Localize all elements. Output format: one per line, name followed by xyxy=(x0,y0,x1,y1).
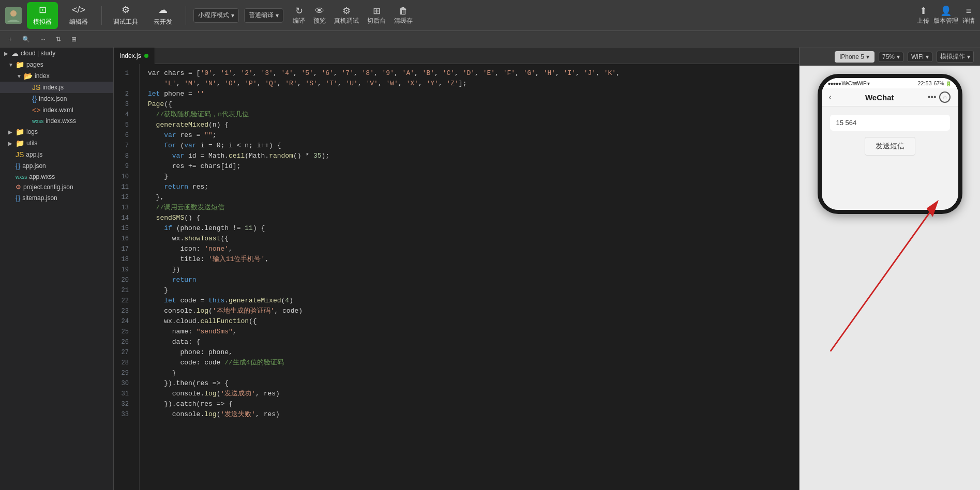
upload-btn[interactable]: ⬆ 上传 xyxy=(917,5,929,25)
simulator-btn[interactable]: ⊡ 模拟器 xyxy=(27,2,58,29)
phone-nav-bar: ‹ WeChat ••• ⊙ xyxy=(822,88,958,106)
upload-icon: ⬆ xyxy=(919,5,927,17)
line-number: 25 xyxy=(114,327,135,337)
utils-arrow-icon: ▶ xyxy=(8,141,13,146)
code-line: }) xyxy=(148,265,799,275)
nav-back-icon[interactable]: ‹ xyxy=(829,93,832,102)
code-line: res += chars[id]; xyxy=(148,161,799,172)
sidebar-item-index-js[interactable]: ▶ JS index.js xyxy=(0,82,113,93)
code-line: let code = this.generateMixed(4) xyxy=(148,296,799,306)
clear-cache-btn[interactable]: 🗑 清缓存 xyxy=(394,6,413,25)
code-line: //获取随机验证码，n代表几位 xyxy=(148,110,799,120)
code-line: let phone = '' xyxy=(148,89,799,99)
compile-btn[interactable]: ↻ 编译 xyxy=(293,5,305,25)
nav-dots-icon[interactable]: ••• xyxy=(928,93,937,102)
line-number: 13 xyxy=(114,203,135,213)
real-debug-btn[interactable]: ⚙ 真机调试 xyxy=(334,5,359,25)
operation-select[interactable]: 模拟操作 ▾ xyxy=(937,51,974,63)
compile-chevron-icon: ▾ xyxy=(276,12,279,19)
line-number: 8 xyxy=(114,151,135,161)
editor-btn[interactable]: </> 编辑器 xyxy=(63,2,94,29)
logs-icon: 📁 xyxy=(16,128,24,136)
sidebar-item-root[interactable]: ▶ ☁ cloud | study xyxy=(0,48,113,59)
line-number: 18 xyxy=(114,254,135,265)
device-select[interactable]: iPhone 5 ▾ xyxy=(835,51,875,63)
code-line: wx.showToast({ xyxy=(148,234,799,244)
nav-circle-btn[interactable]: ⊙ xyxy=(939,91,951,103)
sidebar-item-sitemap[interactable]: ▶ {} sitemap.json xyxy=(0,192,113,204)
sidebar-item-index-json[interactable]: ▶ {} index.json xyxy=(0,93,113,104)
sidebar-item-index-folder[interactable]: ▼ 📂 index xyxy=(0,70,113,82)
code-content[interactable]: var chars = ['0', '1', '2', '3', '4', '5… xyxy=(140,64,799,490)
line-number: 29 xyxy=(114,368,135,378)
line-number: 31 xyxy=(114,389,135,399)
version-btn[interactable]: 👤 版本管理 xyxy=(933,5,958,25)
line-number: 10 xyxy=(114,172,135,182)
line-number: 12 xyxy=(114,192,135,203)
wifi-icon: WiFi▾ xyxy=(857,81,870,86)
line-number: 21 xyxy=(114,285,135,296)
sidebar-item-app-js[interactable]: ▶ JS app.js xyxy=(0,149,113,160)
toolbar-right: ⬆ 上传 👤 版本管理 ≡ 详情 xyxy=(917,5,975,25)
cut-backend-btn[interactable]: ⊞ 切后台 xyxy=(367,5,386,25)
second-toolbar: + 🔍 ··· ⇅ ⊞ xyxy=(0,31,980,48)
network-select[interactable]: WiFi ▾ xyxy=(908,52,932,62)
main-toolbar: ⊡ 模拟器 </> 编辑器 ⚙ 调试工具 ☁ 云开发 小程序模式 ▾ 普通编译 … xyxy=(0,0,980,31)
sidebar-item-pages[interactable]: ▼ 📁 pages xyxy=(0,59,113,70)
devtools-btn[interactable]: ⚙ 调试工具 xyxy=(109,2,142,29)
mode-chevron-icon: ▾ xyxy=(231,12,234,19)
code-line: generateMixed(n) { xyxy=(148,120,799,130)
code-line: }).then(res => { xyxy=(148,378,799,389)
sidebar-item-index-wxml[interactable]: ▶ <> index.wxml xyxy=(0,104,113,116)
sidebar-item-app-wxss[interactable]: ▶ wxss app.wxss xyxy=(0,172,113,182)
detail-btn[interactable]: ≡ 详情 xyxy=(962,6,975,25)
add-file-btn[interactable]: + xyxy=(5,35,15,44)
main-layout: ▶ ☁ cloud | study ▼ 📁 pages ▼ 📂 index ▶ … xyxy=(0,48,980,490)
code-line: title: '输入11位手机号', xyxy=(148,254,799,265)
sitemap-icon: {} xyxy=(16,194,20,202)
editor-tab-index-js[interactable]: index.js xyxy=(114,48,155,64)
line-number: 11 xyxy=(114,182,135,192)
code-line: data: { xyxy=(148,337,799,347)
preview-icon: 👁 xyxy=(315,6,324,17)
code-line: name: "sendSms", xyxy=(148,327,799,337)
code-editor[interactable]: 1234567891011121314151617181920212223242… xyxy=(114,64,799,490)
line-number: 33 xyxy=(114,409,135,420)
search-files-icon: 🔍 xyxy=(22,36,30,43)
utils-icon: 📁 xyxy=(16,139,24,147)
code-line: phone: phone, xyxy=(148,347,799,358)
divider-2 xyxy=(186,6,186,25)
sidebar-item-logs[interactable]: ▶ 📁 logs xyxy=(0,126,113,137)
sidebar-item-project-config[interactable]: ▶ ⚙ project.config.json xyxy=(0,182,113,192)
line-number: 32 xyxy=(114,399,135,409)
sim-container: ●●●●● WeChat WiFi▾ 22:53 67% 🔋 ‹ WeChat … xyxy=(800,66,980,490)
devtools-icon: ⚙ xyxy=(122,4,130,16)
svg-point-1 xyxy=(10,10,17,17)
svg-line-3 xyxy=(831,202,938,351)
line-number xyxy=(114,79,135,89)
divider-1 xyxy=(101,6,102,25)
compile-select[interactable]: 普通编译 ▾ xyxy=(244,8,283,23)
index-folder-icon: 📂 xyxy=(24,72,33,80)
mode-select[interactable]: 小程序模式 ▾ xyxy=(193,8,239,23)
filter-files-btn[interactable]: ⊞ xyxy=(68,35,80,44)
line-number: 4 xyxy=(114,110,135,120)
send-sms-btn[interactable]: 发送短信 xyxy=(865,137,915,156)
sidebar-item-utils[interactable]: ▶ 📁 utils xyxy=(0,137,113,149)
search-files-btn[interactable]: 🔍 xyxy=(19,35,33,44)
sort-files-btn[interactable]: ⇅ xyxy=(53,35,64,44)
device-chevron-icon: ▾ xyxy=(866,53,869,60)
cloud-icon: ☁ xyxy=(158,4,168,16)
code-line: var chars = ['0', '1', '2', '3', '4', '5… xyxy=(148,68,799,79)
zoom-select[interactable]: 75% ▾ xyxy=(879,52,903,62)
sidebar-item-app-json[interactable]: ▶ {} app.json xyxy=(0,160,113,172)
preview-btn[interactable]: 👁 预览 xyxy=(313,6,326,25)
cut-backend-icon: ⊞ xyxy=(373,5,381,17)
code-line: 'L', 'M', 'N', 'O', 'P', 'Q', 'R', 'S', … xyxy=(148,79,799,89)
phone-input-display[interactable]: 15 564 xyxy=(836,119,944,127)
cloud-btn[interactable]: ☁ 云开发 xyxy=(147,2,178,29)
sidebar-item-index-wxss[interactable]: ▶ wxss index.wxss xyxy=(0,116,113,126)
more-files-btn[interactable]: ··· xyxy=(37,35,49,44)
zoom-chevron-icon: ▾ xyxy=(897,53,900,60)
json-icon: {} xyxy=(32,95,37,103)
